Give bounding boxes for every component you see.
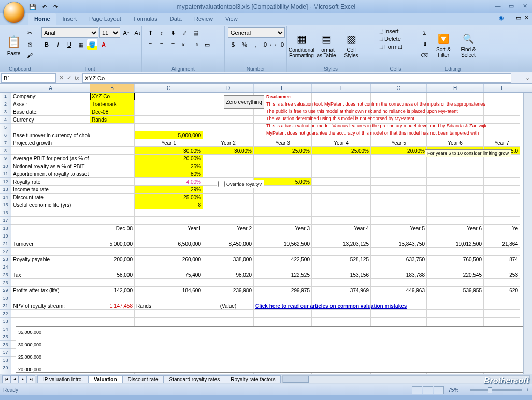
cell[interactable]: Apportionment of royalty to asset valued bbox=[11, 170, 90, 178]
cell[interactable] bbox=[484, 100, 520, 108]
cell[interactable] bbox=[254, 294, 312, 302]
cell[interactable]: Trademark bbox=[90, 100, 135, 108]
cell[interactable] bbox=[135, 279, 203, 287]
autosum-icon[interactable]: Σ bbox=[420, 27, 430, 38]
cell[interactable]: Year 1 bbox=[135, 139, 203, 147]
row-header[interactable]: 11 bbox=[0, 170, 11, 178]
chart[interactable]: 35,000,000 30,000,000 25,000,000 20,000,… bbox=[16, 326, 527, 373]
cell[interactable] bbox=[312, 248, 371, 256]
format-as-table-button[interactable]: ▤Format as Table bbox=[315, 27, 338, 64]
cell[interactable]: 15,843,750 bbox=[371, 240, 427, 248]
close-doc-icon[interactable]: ✕ bbox=[524, 14, 529, 21]
font-color-icon[interactable]: A bbox=[98, 39, 109, 50]
cell[interactable] bbox=[90, 155, 135, 162]
row-header[interactable]: 30 bbox=[0, 294, 11, 302]
border-icon[interactable]: ▦ bbox=[76, 39, 86, 50]
cell[interactable]: 253 bbox=[484, 271, 520, 279]
zoom-in-button[interactable]: + bbox=[526, 387, 529, 393]
cell[interactable]: 8 bbox=[135, 201, 203, 209]
cell[interactable]: 633,750 bbox=[371, 256, 427, 263]
cell[interactable] bbox=[371, 318, 427, 325]
col-header-B[interactable]: B bbox=[90, 84, 135, 92]
cell[interactable]: Royalty payable bbox=[11, 256, 90, 263]
cell[interactable]: 98,020 bbox=[203, 271, 254, 279]
cell[interactable] bbox=[203, 248, 254, 256]
cell[interactable]: Currency bbox=[11, 116, 90, 124]
cell[interactable]: 80% bbox=[135, 170, 203, 178]
cell[interactable] bbox=[135, 232, 203, 240]
number-format-select[interactable]: General bbox=[228, 27, 285, 38]
cell[interactable] bbox=[312, 263, 371, 271]
cell[interactable] bbox=[90, 318, 135, 325]
cell[interactable]: 539,955 bbox=[427, 287, 484, 294]
cell[interactable]: 4.00% bbox=[135, 178, 203, 186]
formula-bar[interactable] bbox=[82, 73, 511, 83]
col-header-I[interactable]: I bbox=[484, 84, 520, 92]
cell[interactable]: Year 5 bbox=[371, 139, 427, 147]
cell[interactable]: 6,500,000 bbox=[135, 240, 203, 248]
tab-review[interactable]: Review bbox=[188, 13, 219, 25]
cell[interactable]: 13,203,125 bbox=[312, 240, 371, 248]
cell[interactable] bbox=[427, 162, 484, 170]
row-header[interactable]: 5 bbox=[0, 124, 11, 131]
format-cells-button[interactable]: ⬚Format bbox=[378, 43, 402, 50]
cell[interactable]: 58,000 bbox=[90, 271, 135, 279]
office-button[interactable] bbox=[3, 2, 25, 23]
cell[interactable] bbox=[254, 279, 312, 287]
cell[interactable] bbox=[427, 263, 484, 271]
row-header[interactable]: 12 bbox=[0, 178, 11, 186]
page-break-view-button[interactable] bbox=[434, 386, 444, 394]
cell[interactable] bbox=[135, 248, 203, 256]
min-ribbon-icon[interactable]: — bbox=[507, 15, 513, 21]
cell[interactable]: 20.00% bbox=[371, 147, 427, 155]
page-layout-view-button[interactable] bbox=[423, 386, 433, 394]
cell[interactable] bbox=[371, 162, 427, 170]
cell[interactable] bbox=[203, 124, 254, 131]
cell[interactable]: NPV of royalty stream: bbox=[11, 302, 90, 310]
cell[interactable] bbox=[11, 263, 90, 271]
cell[interactable]: Discount rate bbox=[11, 194, 90, 201]
cell[interactable]: Year 7 bbox=[484, 139, 520, 147]
cell[interactable] bbox=[484, 93, 520, 100]
insert-cells-button[interactable]: ⬚Insert bbox=[378, 27, 399, 34]
cell[interactable] bbox=[312, 294, 371, 302]
cell[interactable] bbox=[254, 318, 312, 325]
col-header-A[interactable]: A bbox=[11, 84, 90, 92]
cell[interactable] bbox=[11, 248, 90, 256]
row-header[interactable]: 6 bbox=[0, 131, 11, 139]
underline-button[interactable]: U bbox=[64, 39, 75, 50]
cell[interactable] bbox=[254, 217, 312, 225]
indent-inc-icon[interactable]: ⇥ bbox=[191, 39, 201, 50]
cell[interactable] bbox=[135, 217, 203, 225]
cell[interactable]: 528,125 bbox=[312, 256, 371, 263]
row-header[interactable]: 2 bbox=[0, 100, 11, 108]
cell[interactable] bbox=[371, 170, 427, 178]
cell[interactable]: Turnover bbox=[11, 240, 90, 248]
wrap-text-icon[interactable]: ▤ bbox=[191, 27, 201, 38]
copy-icon[interactable]: ⎘ bbox=[24, 39, 35, 49]
cell[interactable] bbox=[427, 178, 484, 186]
cell[interactable] bbox=[90, 248, 135, 256]
row-header[interactable]: 35 bbox=[0, 333, 11, 341]
find-select-button[interactable]: 🔍Find & Select bbox=[457, 27, 480, 64]
sort-filter-button[interactable]: 🔽Sort & Filter bbox=[432, 27, 455, 64]
cell[interactable]: Year 3 bbox=[254, 139, 312, 147]
select-all-corner[interactable] bbox=[0, 84, 11, 92]
cell[interactable] bbox=[90, 194, 135, 201]
override-royalty-checkbox[interactable]: Override royalty? bbox=[217, 180, 264, 188]
cell[interactable]: 122,525 bbox=[254, 271, 312, 279]
cell[interactable] bbox=[312, 209, 371, 217]
cell[interactable] bbox=[203, 263, 254, 271]
cell[interactable] bbox=[427, 194, 484, 201]
cell[interactable] bbox=[427, 217, 484, 225]
row-header[interactable]: 32 bbox=[0, 310, 11, 318]
comma-icon[interactable]: , bbox=[251, 39, 261, 50]
cell[interactable]: Average PBIT for period (as % of Turnove… bbox=[11, 155, 90, 162]
cell[interactable] bbox=[203, 201, 254, 209]
cell[interactable] bbox=[484, 209, 520, 217]
tab-formulas[interactable]: Formulas bbox=[127, 13, 164, 25]
cell[interactable]: 25.00% bbox=[135, 194, 203, 201]
col-header-D[interactable]: D bbox=[203, 84, 254, 92]
cell[interactable]: Year 4 bbox=[312, 139, 371, 147]
enter-formula-icon[interactable]: ✓ bbox=[67, 75, 71, 81]
